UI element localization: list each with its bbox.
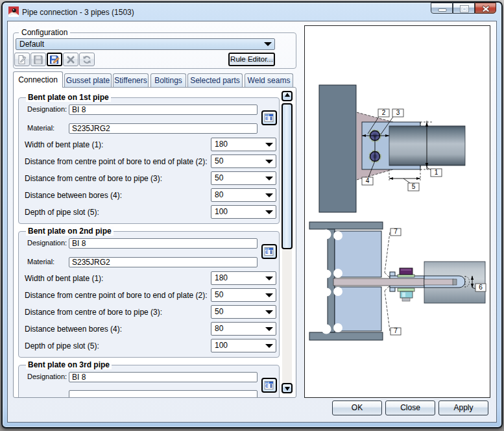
svg-text:6: 6 — [479, 284, 483, 291]
svg-text:4: 4 — [366, 177, 370, 184]
svg-text:1: 1 — [435, 169, 438, 176]
svg-text:2: 2 — [382, 109, 386, 116]
svg-text:7: 7 — [394, 327, 398, 334]
svg-text:5: 5 — [412, 183, 416, 190]
svg-text:7: 7 — [394, 228, 398, 235]
svg-text:3: 3 — [396, 109, 400, 116]
